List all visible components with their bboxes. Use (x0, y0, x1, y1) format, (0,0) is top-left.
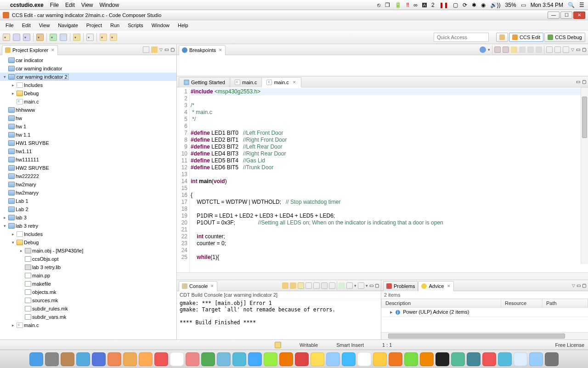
app-name[interactable]: ccstudio.exe (10, 2, 44, 8)
tree-item[interactable]: car warning indicator (0, 64, 176, 73)
dock-app[interactable] (389, 352, 402, 366)
pin-icon[interactable] (313, 282, 320, 289)
display-icon[interactable] (346, 282, 353, 289)
sync-icon[interactable]: ⟳ (463, 2, 467, 8)
menu-run[interactable]: Run (107, 22, 123, 29)
collapse-all-icon[interactable] (151, 46, 158, 53)
tree-item[interactable]: Lab 1 (0, 197, 176, 205)
tree-item[interactable]: objects.mk (0, 288, 176, 296)
tree-item[interactable]: subdir_vars.mk (0, 313, 176, 321)
tree-item[interactable]: hw2maryy (0, 189, 176, 197)
status-icon[interactable]: ∞ (413, 2, 418, 8)
perspective-ccs-edit[interactable]: CCS Edit (509, 33, 543, 42)
status-icon[interactable]: 🔋 (395, 2, 401, 8)
advice-row[interactable]: ▸i Power (ULP) Advice (2 items) (382, 308, 588, 317)
tree-item[interactable]: hw222222 (0, 172, 176, 180)
dock-app[interactable] (170, 352, 184, 366)
advice-table[interactable]: DescriptionResourcePath ▸i Power (ULP) A… (381, 299, 588, 332)
forward-button[interactable] (110, 34, 117, 41)
maximize-icon[interactable]: ▢ (582, 283, 586, 288)
horizontal-scrollbar[interactable] (177, 272, 588, 280)
dock-app[interactable] (217, 352, 231, 366)
search-button[interactable] (86, 34, 94, 41)
tree-item[interactable]: sources.mk (0, 296, 176, 305)
dock-app[interactable] (514, 352, 527, 366)
tree-item[interactable]: hw (0, 114, 176, 122)
dock-app[interactable] (467, 352, 481, 366)
dock-app[interactable] (342, 352, 356, 366)
tree-item[interactable]: ▾car warning indicator 2 (0, 73, 176, 81)
menu-view[interactable]: View (35, 22, 54, 29)
dock-app[interactable] (201, 352, 215, 366)
dock-app[interactable] (482, 352, 496, 366)
tab-console[interactable]: Console ✕ (179, 281, 217, 291)
maximize-icon[interactable]: ▢ (375, 283, 379, 288)
status-icon[interactable]: ‼ (406, 2, 409, 8)
build-button[interactable] (36, 34, 44, 41)
view-menu-icon[interactable]: ▽ (159, 47, 163, 52)
editor-tab[interactable]: main.c✕ (261, 77, 301, 87)
tab-project-explorer[interactable]: Project Explorer ✕ (2, 45, 58, 55)
status-icon[interactable]: 2 (431, 2, 435, 8)
dock-app[interactable] (186, 352, 199, 366)
new-button[interactable] (3, 34, 10, 41)
tree-item[interactable]: HW2 SRUYBE (0, 164, 176, 172)
dock-app[interactable] (154, 352, 168, 366)
tab-advice[interactable]: Advice ✕ (418, 281, 453, 291)
up-icon[interactable] (282, 282, 288, 289)
dock-app[interactable] (29, 352, 43, 366)
view-menu-icon[interactable]: ▽ (571, 47, 574, 52)
wifi-icon[interactable]: ◉ (481, 2, 486, 8)
menu-scripts[interactable]: Scripts (124, 22, 147, 29)
wrap-icon[interactable] (321, 282, 328, 289)
tree-item[interactable]: ▸main.c (0, 321, 176, 329)
dock-app[interactable] (279, 352, 293, 366)
scroll-lock-icon[interactable] (298, 282, 304, 289)
tree-item[interactable]: main.pp (0, 271, 176, 280)
new-breakpoint-icon[interactable] (480, 46, 486, 53)
minimize-icon[interactable]: ▭ (369, 283, 373, 288)
dock-app[interactable] (357, 352, 371, 366)
tree-item[interactable]: ▾Debug (0, 238, 176, 247)
macos-dock[interactable] (0, 350, 588, 368)
dock-app[interactable] (295, 352, 309, 366)
collapse-icon[interactable] (536, 46, 542, 53)
mac-menu-file[interactable]: File (50, 2, 59, 8)
close-icon[interactable]: ✕ (51, 48, 55, 52)
debug-button[interactable] (50, 34, 57, 41)
tab-problems[interactable]: Problems (383, 281, 418, 291)
maximize-button[interactable]: ☐ (560, 12, 572, 19)
flash-button[interactable] (60, 34, 67, 41)
tree-item[interactable]: Lab 2 (0, 205, 176, 213)
close-icon[interactable]: ✕ (210, 284, 214, 288)
minimize-button[interactable]: — (548, 12, 560, 19)
tree-item[interactable]: ▸Includes (0, 81, 176, 89)
tree-item[interactable]: ▸Debug (0, 89, 176, 98)
dock-app[interactable] (311, 352, 324, 366)
link-editor-icon[interactable] (143, 46, 149, 53)
airplay-icon[interactable]: ▢ (453, 2, 458, 8)
goto-icon[interactable] (519, 46, 526, 53)
filter-icon[interactable] (563, 46, 569, 53)
maximize-icon[interactable]: ▢ (582, 47, 586, 52)
minimize-icon[interactable]: ▭ (576, 79, 580, 84)
status-icon[interactable]: ⎋ (377, 2, 380, 8)
dock-app[interactable] (264, 352, 277, 366)
dock-app[interactable] (248, 352, 262, 366)
minimize-icon[interactable]: ▭ (577, 283, 581, 288)
tree-item[interactable]: subdir_rules.mk (0, 305, 176, 313)
link-icon[interactable] (546, 46, 553, 53)
menu-icon[interactable]: ☰ (579, 2, 584, 8)
save-button[interactable] (13, 34, 20, 41)
mac-menu-window[interactable]: Window (100, 2, 119, 8)
tree-item[interactable]: hw1.11 (0, 147, 176, 155)
clear-icon[interactable] (305, 282, 312, 289)
remove-all-icon[interactable] (503, 46, 509, 53)
pin-icon[interactable] (554, 46, 561, 53)
dock-app[interactable] (498, 352, 512, 366)
volume-icon[interactable]: 🔊)) (490, 2, 501, 8)
tree-item[interactable]: HW1 SRUYBE (0, 139, 176, 147)
tree-item[interactable]: hw111111 (0, 155, 176, 164)
back-button[interactable] (100, 34, 107, 41)
minimize-icon[interactable]: ▭ (576, 47, 580, 52)
